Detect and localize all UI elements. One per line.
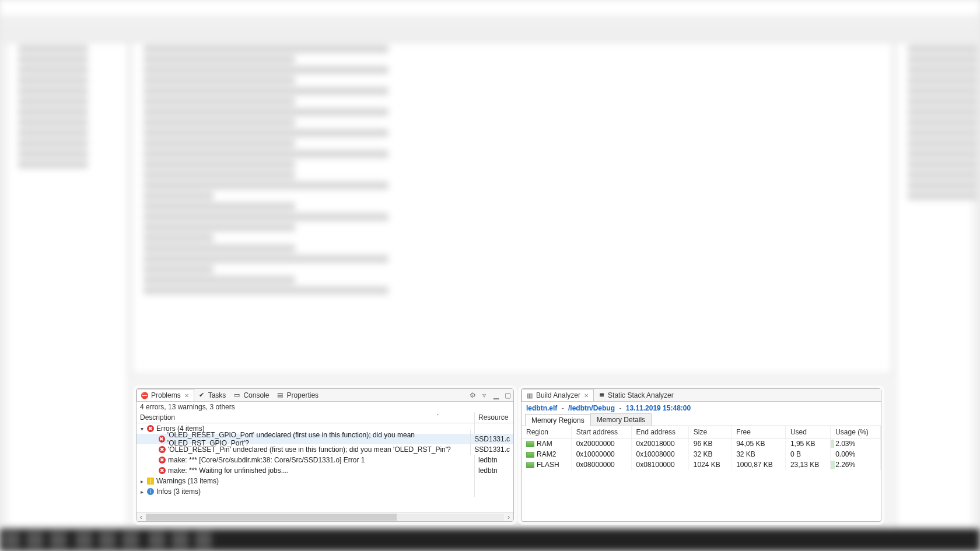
memory-row[interactable]: RAM0x200000000x2001800096 KB94,05 KB1,95…	[522, 438, 881, 450]
elf-name: ledbtn.elf	[526, 404, 557, 412]
problem-row[interactable]: ✖ 'OLED_RESET_Pin' undeclared (first use…	[136, 444, 513, 455]
build-subtabs: Memory Regions Memory Details	[522, 413, 881, 426]
problems-panel: ⛔ Problems ✕ ✔ Tasks ▭ Console ▤ Propert…	[136, 388, 514, 522]
tab-properties[interactable]: ▤ Properties	[272, 389, 322, 401]
problems-summary: 4 errors, 13 warnings, 3 others	[136, 402, 513, 412]
view-menu-icon[interactable]: ▿	[480, 391, 489, 400]
problem-resource: ledbtn	[475, 455, 513, 465]
build-date: 13.11.2019 15:48:00	[626, 404, 691, 412]
sort-caret-icon: ˄	[436, 413, 439, 419]
chevron-right-icon[interactable]: ▸	[139, 478, 145, 485]
chip-icon	[526, 452, 534, 458]
group-warnings-label: Warnings (13 items)	[156, 477, 219, 485]
problem-desc: make: *** Waiting for unfinished jobs...…	[168, 466, 289, 475]
problem-resource: ledbtn	[475, 465, 513, 476]
problem-resource: SSD1331.c	[471, 444, 513, 455]
error-badge-icon: ✖	[159, 436, 165, 443]
memory-regions-table: Region Start address End address Size Fr…	[522, 426, 881, 470]
subtab-memory-details[interactable]: Memory Details	[590, 413, 652, 426]
tab-build-analyzer-label: Build Analyzer	[536, 391, 580, 399]
horizontal-scrollbar[interactable]: ‹ ›	[136, 512, 513, 521]
tab-properties-label: Properties	[286, 391, 318, 399]
tab-console-label: Console	[243, 391, 269, 399]
tab-tasks[interactable]: ✔ Tasks	[194, 389, 230, 401]
console-icon: ▭	[233, 391, 241, 399]
usage-bar	[831, 461, 835, 469]
problem-row[interactable]: ✖ make: *** [Core/Src/subdir.mk:38: Core…	[136, 455, 513, 465]
problem-resource: SSD1331.c	[471, 434, 513, 444]
group-infos[interactable]: ▸ i Infos (3 items)	[136, 486, 513, 497]
memory-row[interactable]: FLASH0x080000000x081000001024 KB1000,87 …	[522, 459, 881, 470]
chip-icon	[526, 441, 534, 447]
tab-static-stack-label: Static Stack Analyzer	[608, 391, 674, 399]
build-analyzer-panel: ▥ Build Analyzer ✕ ≣ Static Stack Analyz…	[521, 388, 881, 522]
col-start: Start address	[571, 426, 631, 438]
tab-static-stack[interactable]: ≣ Static Stack Analyzer	[594, 389, 677, 401]
memory-row[interactable]: RAM20x100000000x1000800032 KB32 KB0 B0.0…	[522, 449, 881, 459]
col-description-label: Description	[140, 413, 175, 422]
error-badge-icon: ✖	[159, 446, 166, 453]
error-badge-icon: ✖	[159, 467, 166, 474]
close-icon[interactable]: ✕	[184, 392, 190, 398]
maximize-icon[interactable]: ▢	[503, 391, 512, 400]
tab-tasks-label: Tasks	[208, 391, 226, 399]
col-usage: Usage (%)	[831, 426, 881, 438]
problems-column-header[interactable]: Description ˄ Resource	[136, 412, 513, 423]
info-badge-icon: i	[147, 488, 154, 495]
chart-icon: ▥	[526, 391, 534, 399]
scroll-right-icon[interactable]: ›	[504, 513, 513, 521]
col-resource-label: Resource	[475, 412, 513, 423]
tab-build-analyzer[interactable]: ▥ Build Analyzer ✕	[522, 389, 594, 401]
close-icon[interactable]: ✕	[584, 392, 590, 398]
problem-row[interactable]: ✖ make: *** Waiting for unfinished jobs.…	[136, 465, 513, 476]
problems-tabrow: ⛔ Problems ✕ ✔ Tasks ▭ Console ▤ Propert…	[136, 389, 513, 402]
separator: -	[619, 404, 621, 412]
col-region: Region	[522, 426, 571, 438]
group-warnings[interactable]: ▸ ! Warnings (13 items)	[136, 476, 513, 486]
minimize-icon[interactable]: ▁	[491, 391, 501, 400]
problems-tree[interactable]: ▾ ✖ Errors (4 items) ✖ 'OLED_RESET_GPIO_…	[136, 423, 513, 512]
stack-icon: ≣	[597, 391, 606, 399]
build-header: ledbtn.elf - /ledbtn/Debug - 13.11.2019 …	[522, 402, 881, 413]
col-end: End address	[631, 426, 688, 438]
usage-bar	[831, 440, 834, 448]
tab-problems[interactable]: ⛔ Problems ✕	[136, 389, 194, 401]
memory-table-header[interactable]: Region Start address End address Size Fr…	[522, 426, 881, 438]
tab-console[interactable]: ▭ Console	[229, 389, 272, 401]
properties-icon: ▤	[276, 391, 284, 399]
subtab-memory-regions[interactable]: Memory Regions	[525, 414, 591, 426]
chevron-right-icon[interactable]: ▸	[139, 489, 145, 495]
scroll-thumb[interactable]	[146, 514, 397, 521]
col-used: Used	[785, 426, 830, 438]
col-size: Size	[688, 426, 731, 438]
group-infos-label: Infos (3 items)	[156, 487, 201, 496]
problem-row[interactable]: ✖ 'OLED_RESET_GPIO_Port' undeclared (fir…	[136, 434, 513, 444]
warning-badge-icon: !	[147, 478, 154, 485]
error-icon: ⛔	[141, 391, 149, 399]
build-tabrow: ▥ Build Analyzer ✕ ≣ Static Stack Analyz…	[522, 389, 881, 402]
separator: -	[562, 404, 564, 412]
col-free: Free	[732, 426, 786, 438]
elf-path: /ledbtn/Debug	[568, 404, 615, 412]
scroll-left-icon[interactable]: ‹	[136, 513, 146, 521]
problem-desc: make: *** [Core/Src/subdir.mk:38: Core/S…	[168, 456, 365, 464]
error-badge-icon: ✖	[159, 457, 166, 464]
tasks-icon: ✔	[198, 391, 206, 399]
filter-icon[interactable]: ⚙	[468, 391, 477, 400]
chip-icon	[526, 462, 534, 468]
tab-problems-label: Problems	[151, 391, 181, 399]
problem-desc: 'OLED_RESET_Pin' undeclared (first use i…	[168, 445, 451, 454]
